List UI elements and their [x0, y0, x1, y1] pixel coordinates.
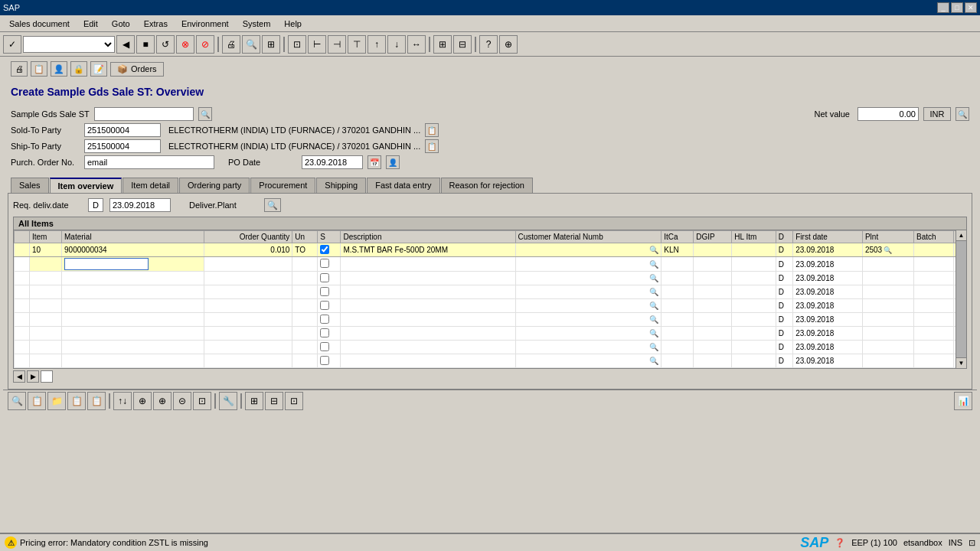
- cell-s-3[interactable]: [318, 285, 341, 299]
- bt-nav5-button[interactable]: ⊡: [193, 392, 211, 410]
- row-selector-5[interactable]: [15, 313, 30, 327]
- menu-environment[interactable]: Environment: [175, 18, 235, 30]
- lock-button[interactable]: 🔒: [70, 61, 87, 77]
- bt-grid2-button[interactable]: ⊟: [265, 392, 283, 410]
- tab-shipping[interactable]: Shipping: [316, 178, 366, 193]
- cust-material-search-8[interactable]: 🔍: [649, 357, 658, 365]
- col-header-description[interactable]: Description: [341, 231, 515, 243]
- minimize-button[interactable]: _: [937, 2, 949, 13]
- menu-sales-document[interactable]: Sales document: [3, 18, 76, 30]
- cust-material-search-1[interactable]: 🔍: [649, 260, 658, 269]
- nav2-button[interactable]: ⊢: [308, 35, 326, 54]
- cell-s-5[interactable]: [318, 313, 341, 327]
- po-date-calendar-button[interactable]: 📅: [368, 155, 381, 169]
- col-header-first-date[interactable]: First date: [793, 231, 863, 243]
- nav7-button[interactable]: ↔: [407, 35, 426, 54]
- bt-list2-button[interactable]: 📋: [87, 392, 106, 410]
- cell-s-6[interactable]: [318, 327, 341, 341]
- bt-folder-button[interactable]: 📁: [47, 392, 66, 410]
- col-header-hl-itm[interactable]: HL Itm: [732, 231, 776, 243]
- cell-material-0[interactable]: 9000000034: [62, 243, 204, 257]
- menu-help[interactable]: Help: [278, 18, 308, 30]
- nav-left-button[interactable]: ◀: [13, 370, 25, 383]
- menu-edit[interactable]: Edit: [77, 18, 104, 30]
- row-selector-1[interactable]: [15, 257, 30, 272]
- newwin-button[interactable]: ⊕: [499, 35, 518, 54]
- bt-extra-button[interactable]: 📊: [954, 392, 972, 410]
- tab-reason-for-rejection[interactable]: Reason for rejection: [441, 178, 533, 193]
- col-header-batch[interactable]: Batch: [914, 231, 954, 243]
- refresh-button[interactable]: ↺: [156, 35, 175, 54]
- cust-material-search-6[interactable]: 🔍: [649, 329, 658, 337]
- cust-material-search-3[interactable]: 🔍: [649, 288, 658, 296]
- maximize-button[interactable]: □: [951, 2, 963, 13]
- po-date-extra-button[interactable]: 👤: [386, 155, 400, 169]
- scroll-up-button[interactable]: ▲: [956, 230, 966, 241]
- nav6-button[interactable]: ↓: [387, 35, 406, 54]
- col-header-itca[interactable]: ItCa: [662, 231, 694, 243]
- bt-search-button[interactable]: 🔍: [8, 392, 26, 410]
- tab-ordering-party[interactable]: Ordering party: [179, 178, 250, 193]
- row-selector-8[interactable]: [15, 354, 30, 368]
- orders-button[interactable]: 📦 Orders: [110, 62, 164, 77]
- config-button[interactable]: ⊟: [453, 35, 472, 54]
- bt-nav3-button[interactable]: ⊕: [153, 392, 172, 410]
- cell-material-1[interactable]: [62, 257, 204, 272]
- col-header-d[interactable]: D: [776, 231, 793, 243]
- cancel-button[interactable]: ⊗: [176, 35, 194, 54]
- cell-s-0[interactable]: [318, 243, 341, 257]
- col-header-plnt[interactable]: Plnt: [862, 231, 913, 243]
- table-row[interactable]: 🔍 D 23.09.2018: [15, 272, 966, 285]
- print-doc-button[interactable]: 🖨: [11, 61, 28, 77]
- currency-search-button[interactable]: 🔍: [956, 107, 969, 121]
- find-next-button[interactable]: ⊞: [262, 35, 280, 54]
- col-header-dgip[interactable]: DGIP: [694, 231, 732, 243]
- cust-material-search-4[interactable]: 🔍: [649, 302, 658, 310]
- col-header-un[interactable]: Un: [292, 231, 318, 243]
- row-selector-4[interactable]: [15, 299, 30, 313]
- bt-list-button[interactable]: 📋: [67, 392, 86, 410]
- sold-to-party-input[interactable]: [84, 123, 161, 137]
- sold-to-party-copy-button[interactable]: 📋: [425, 123, 439, 137]
- table-row[interactable]: 🔍 D 23.09.2018: [15, 257, 966, 272]
- edit-doc-button[interactable]: 📝: [90, 61, 107, 77]
- cust-material-search-5[interactable]: 🔍: [649, 315, 658, 324]
- po-date-input[interactable]: [302, 155, 363, 169]
- menu-goto[interactable]: Goto: [106, 18, 136, 30]
- bt-nav1-button[interactable]: ↑↓: [113, 392, 132, 410]
- vertical-scrollbar[interactable]: ▲ ▼: [956, 230, 966, 368]
- tab-procurement[interactable]: Procurement: [250, 178, 315, 193]
- cell-s-8[interactable]: [318, 354, 341, 368]
- nav-square[interactable]: [41, 370, 53, 383]
- tab-fast-data-entry[interactable]: Fast data entry: [367, 178, 439, 193]
- col-header-cust-material[interactable]: Customer Material Numb: [515, 231, 662, 243]
- row-selector-2[interactable]: [15, 272, 30, 285]
- tab-item-detail[interactable]: Item detail: [122, 178, 178, 193]
- scroll-down-button[interactable]: ▼: [956, 357, 966, 368]
- cell-s-2[interactable]: [318, 272, 341, 285]
- cancel2-button[interactable]: ⊘: [196, 35, 214, 54]
- cust-material-search-7[interactable]: 🔍: [649, 343, 658, 351]
- nav-right-button[interactable]: ▶: [27, 370, 39, 383]
- help-icon[interactable]: ❓: [835, 538, 845, 548]
- row-selector-6[interactable]: [15, 327, 30, 341]
- bt-nav2-button[interactable]: ⊕: [133, 392, 152, 410]
- menu-system[interactable]: System: [237, 18, 277, 30]
- nav5-button[interactable]: ↑: [368, 35, 386, 54]
- stop-button[interactable]: ■: [136, 35, 155, 54]
- command-dropdown[interactable]: [23, 36, 115, 53]
- filter-code-input[interactable]: [88, 198, 103, 212]
- sample-gds-search-button[interactable]: 🔍: [198, 107, 212, 121]
- cell-s-7[interactable]: [318, 341, 341, 354]
- bt-grid1-button[interactable]: ⊞: [245, 392, 263, 410]
- layout-button[interactable]: ⊞: [433, 35, 452, 54]
- table-row[interactable]: 10 9000000034 0.010 TO M.S.TMT BAR Fe-50…: [15, 243, 966, 257]
- col-header-item[interactable]: Item: [30, 231, 62, 243]
- row-selector-0[interactable]: [15, 243, 30, 257]
- table-row[interactable]: 🔍 D 23.09.2018: [15, 327, 966, 341]
- bt-nav4-button[interactable]: ⊝: [173, 392, 191, 410]
- bt-copy-button[interactable]: 📋: [28, 392, 46, 410]
- nav3-button[interactable]: ⊣: [328, 35, 346, 54]
- table-row[interactable]: 🔍 D 23.09.2018: [15, 354, 966, 368]
- table-row[interactable]: 🔍 D 23.09.2018: [15, 285, 966, 299]
